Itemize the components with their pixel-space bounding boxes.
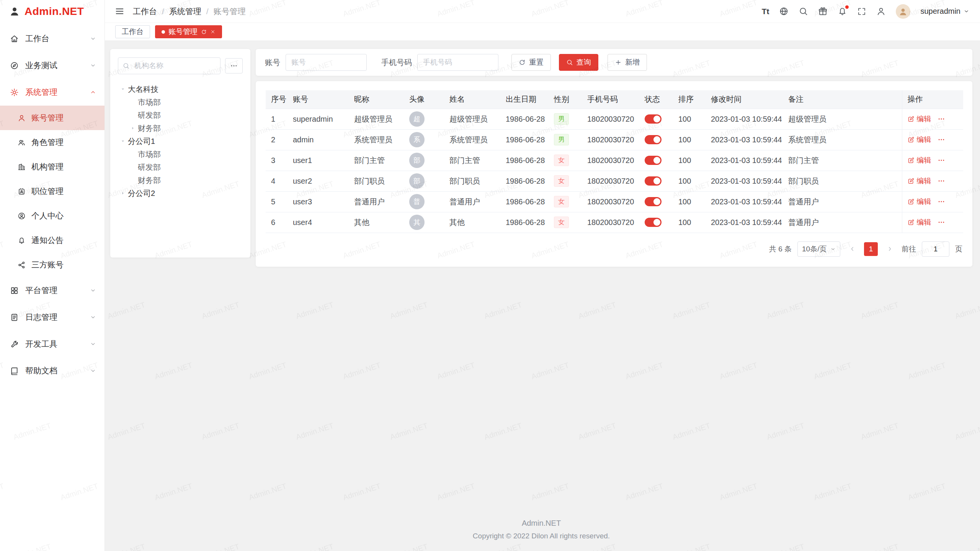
tree-node[interactable]: 研发部 <box>118 109 243 122</box>
next-page-button[interactable] <box>884 243 896 255</box>
sidebar-item-notice[interactable]: 通知公告 <box>0 228 105 253</box>
sidebar-item-org-management[interactable]: 机构管理 <box>0 155 105 179</box>
table-row[interactable]: 1 superadmin 超级管理员 超 超级管理员 1986-06-28 男 … <box>266 109 963 129</box>
status-toggle[interactable] <box>645 197 662 206</box>
tree-node[interactable]: 市场部 <box>118 96 243 109</box>
cell-status <box>639 191 673 212</box>
row-more-button[interactable] <box>938 177 945 185</box>
goto-page-input[interactable] <box>922 241 949 257</box>
status-toggle[interactable] <box>645 114 662 124</box>
tree-node-label: 市场部 <box>138 97 161 108</box>
cell-birthdate: 1986-06-28 <box>500 150 549 171</box>
tree-node[interactable]: 大名科技 <box>118 83 243 96</box>
tree-node[interactable]: 分公司1 <box>118 135 243 148</box>
table-row[interactable]: 2 admin 系统管理员 系 系统管理员 1986-06-28 男 18020… <box>266 129 963 150</box>
caret-right-icon[interactable] <box>128 126 138 131</box>
hamburger-menu-icon[interactable] <box>115 7 124 16</box>
sidebar-item-account-management[interactable]: 账号管理 <box>0 106 105 130</box>
caret-down-icon[interactable] <box>118 86 128 92</box>
edit-button[interactable]: 编辑 <box>908 135 931 145</box>
tree-node[interactable]: 分公司2 <box>118 187 243 200</box>
current-page[interactable]: 1 <box>864 242 878 256</box>
pagination: 共 6 条 10条/页 1 前往 页 <box>266 241 962 257</box>
cell-nickname: 普通用户 <box>349 191 404 212</box>
edit-button[interactable]: 编辑 <box>908 114 931 124</box>
table-row[interactable]: 6 user4 其他 其 其他 1986-06-28 女 18020030720 <box>266 212 963 233</box>
edit-button[interactable]: 编辑 <box>908 176 931 186</box>
tab-workbench[interactable]: 工作台 <box>115 25 150 38</box>
add-button[interactable]: 新增 <box>608 54 647 71</box>
edit-button[interactable]: 编辑 <box>908 197 931 207</box>
sidebar-item-workbench[interactable]: 工作台 <box>0 25 105 52</box>
avatar[interactable] <box>896 4 910 19</box>
sidebar-item-position-management[interactable]: 职位管理 <box>0 179 105 204</box>
edit-button[interactable]: 编辑 <box>908 217 931 227</box>
logo[interactable]: Admin.NET <box>0 0 105 23</box>
col-name: 姓名 <box>444 90 500 109</box>
sidebar-item-personal-center[interactable]: 个人中心 <box>0 204 105 228</box>
goto-label: 前往 <box>902 244 916 254</box>
cell-name: 部门主管 <box>444 150 500 171</box>
user-menu[interactable]: superadmin <box>920 7 969 16</box>
breadcrumb-item[interactable]: 系统管理 <box>169 6 201 17</box>
row-more-button[interactable] <box>938 156 945 164</box>
refresh-tab-icon[interactable] <box>201 29 207 35</box>
chevron-down-icon <box>964 8 969 14</box>
table-row[interactable]: 3 user1 部门主管 部 部门主管 1986-06-28 女 1802003… <box>266 150 963 171</box>
account-input[interactable] <box>286 54 367 71</box>
breadcrumb-item[interactable]: 工作台 <box>133 6 157 17</box>
search-button[interactable]: 查询 <box>559 54 598 71</box>
language-icon[interactable] <box>779 7 789 16</box>
status-toggle[interactable] <box>645 176 662 186</box>
tree-node[interactable]: 财务部 <box>118 122 243 135</box>
theme-gift-icon[interactable] <box>818 7 828 16</box>
row-more-button[interactable] <box>938 115 945 123</box>
tree-node[interactable]: 市场部 <box>118 148 243 161</box>
page-size-select[interactable]: 10条/页 <box>797 241 840 257</box>
table-row[interactable]: 5 user3 普通用户 普 普通用户 1986-06-28 女 1802003… <box>266 191 963 212</box>
reset-button[interactable]: 重置 <box>511 54 551 71</box>
status-toggle[interactable] <box>645 135 662 144</box>
col-status: 状态 <box>639 90 673 109</box>
row-more-button[interactable] <box>938 218 945 226</box>
search-icon[interactable] <box>799 7 808 16</box>
sidebar-item-help-docs[interactable]: 帮助文档 <box>0 357 105 384</box>
tab-account-management[interactable]: 账号管理 <box>155 25 222 38</box>
caret-right-icon[interactable] <box>118 191 128 196</box>
sidebar-item-role-management[interactable]: 角色管理 <box>0 130 105 155</box>
sidebar-item-third-party-account[interactable]: 三方账号 <box>0 253 105 277</box>
footer-copyright: Copyright © 2022 Dilon All rights reserv… <box>110 532 972 540</box>
tree-node[interactable]: 财务部 <box>118 174 243 187</box>
fullscreen-icon[interactable] <box>857 7 866 16</box>
user-icon <box>18 114 26 122</box>
profile-icon[interactable] <box>876 7 886 16</box>
table-row[interactable]: 4 user2 部门职员 部 部门职员 1986-06-28 女 1802003… <box>266 171 963 191</box>
sidebar-item-platform-management[interactable]: 平台管理 <box>0 277 105 304</box>
sidebar-item-system-management[interactable]: 系统管理 <box>0 79 105 106</box>
search-label: 查询 <box>577 57 591 67</box>
row-more-button[interactable] <box>938 198 945 205</box>
prev-page-button[interactable] <box>846 243 858 255</box>
tree-more-button[interactable] <box>225 58 243 73</box>
notification-icon[interactable] <box>838 7 847 16</box>
caret-down-icon[interactable] <box>118 139 128 144</box>
edit-label: 编辑 <box>917 155 931 165</box>
edit-label: 编辑 <box>917 217 931 227</box>
row-more-button[interactable] <box>938 136 945 143</box>
sidebar-item-log-management[interactable]: 日志管理 <box>0 304 105 331</box>
sidebar-item-business-test[interactable]: 业务测试 <box>0 52 105 79</box>
status-toggle[interactable] <box>645 218 662 227</box>
org-search-input[interactable] <box>118 57 220 74</box>
status-toggle[interactable] <box>645 156 662 165</box>
sidebar-item-label: 职位管理 <box>31 186 64 197</box>
cell-avatar: 普 <box>404 191 444 212</box>
sidebar-item-dev-tools[interactable]: 开发工具 <box>0 331 105 357</box>
phone-input[interactable] <box>417 54 498 71</box>
edit-button[interactable]: 编辑 <box>908 155 931 165</box>
font-size-icon[interactable]: Tt <box>762 7 769 16</box>
building-icon <box>18 163 26 171</box>
close-tab-icon[interactable] <box>210 29 216 34</box>
tree-node[interactable]: 研发部 <box>118 161 243 174</box>
table-header-row: 序号 账号 昵称 头像 姓名 出生日期 性别 手机号码 状态 排序 <box>266 90 963 109</box>
cell-modified: 2023-01-03 10:59:44 <box>706 212 783 233</box>
